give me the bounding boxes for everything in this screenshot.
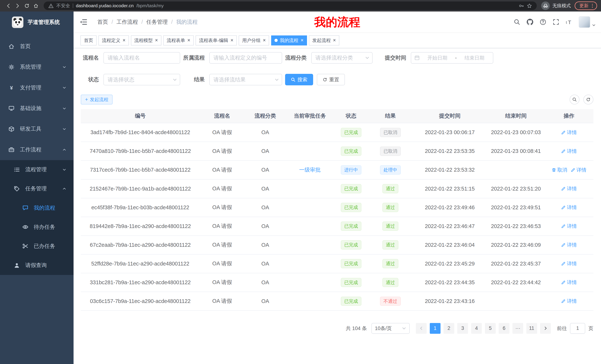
sidebar-item[interactable]: 研发工具: [0, 119, 74, 139]
status-badge: 已完成: [341, 221, 361, 231]
cell-id: 331bc281-7b9a-11ec-a290-acde48001122: [81, 273, 200, 292]
close-icon[interactable]: ×: [155, 38, 158, 43]
back-button[interactable]: [4, 1, 13, 10]
page-button[interactable]: 2: [443, 323, 454, 334]
process-name-input[interactable]: [103, 52, 180, 64]
breadcrumb-item[interactable]: 工作流程: [116, 18, 138, 26]
cell-submit-time: 2022-01-22 23:43:16: [412, 292, 487, 310]
bookmark-star-icon[interactable]: [527, 3, 532, 9]
detail-link[interactable]: 详情: [571, 167, 587, 173]
reload-button[interactable]: [22, 1, 31, 10]
close-icon[interactable]: ×: [123, 38, 126, 43]
cell-result: 通过: [368, 180, 412, 198]
page-button[interactable]: 3: [457, 323, 468, 334]
passkey-icon[interactable]: [519, 3, 524, 9]
tab-label: 流程表单: [167, 37, 185, 43]
prev-page-button[interactable]: [416, 323, 427, 334]
submit-time-range-picker[interactable]: 开始日期 - 结束日期: [411, 52, 493, 64]
sidebar-item[interactable]: 请假查询: [0, 256, 74, 275]
sidebar-item[interactable]: 已办任务: [0, 237, 74, 256]
cell-task: [286, 217, 334, 235]
close-icon[interactable]: ×: [333, 38, 336, 43]
cell-result: 不通过: [368, 292, 412, 310]
detail-link[interactable]: 详情: [561, 279, 577, 286]
fullscreen-icon[interactable]: [553, 19, 559, 25]
result-select[interactable]: [209, 74, 282, 85]
end-date-placeholder[interactable]: 结束日期: [459, 55, 490, 61]
tab[interactable]: 流程表单×: [163, 35, 194, 46]
column-header: 操作: [545, 109, 593, 123]
detail-link[interactable]: 详情: [561, 260, 577, 267]
browser-update-button[interactable]: 更新: [575, 1, 597, 10]
user-avatar-menu[interactable]: [579, 16, 596, 28]
tab[interactable]: 发起流程×: [309, 35, 339, 46]
sidebar-item[interactable]: 工作流程: [0, 139, 74, 160]
tab[interactable]: 我的流程×: [271, 35, 307, 46]
security-label[interactable]: 不安全: [56, 3, 70, 9]
close-icon[interactable]: ×: [263, 38, 266, 43]
sidebar-item[interactable]: 待办任务: [0, 217, 74, 237]
cell-actions: 取消详情: [545, 161, 593, 179]
close-icon[interactable]: ×: [300, 38, 303, 43]
font-size-icon[interactable]: tT: [566, 19, 572, 25]
detail-link[interactable]: 详情: [561, 204, 577, 211]
table-row: 67c2eaab-7b9a-11ec-a290-acde48001122OA 请…: [81, 236, 593, 255]
chevron-down-icon: [62, 127, 67, 131]
address-bar[interactable]: 不安全 dashboard.yudao.iocoder.cn/bpm/task/…: [44, 1, 537, 10]
detail-link[interactable]: 详情: [561, 148, 577, 154]
page-button[interactable]: 1: [430, 323, 441, 334]
detail-link[interactable]: 详情: [561, 298, 577, 305]
cell-actions: 详情: [545, 123, 593, 142]
close-icon[interactable]: ×: [230, 38, 233, 43]
sidebar-item[interactable]: 首页: [0, 36, 74, 57]
sidebar-fold-icon[interactable]: [80, 18, 87, 26]
breadcrumb-item[interactable]: 首页: [97, 18, 108, 26]
tab[interactable]: 流程表单-编辑×: [196, 35, 237, 46]
tab[interactable]: 用户分组×: [239, 35, 269, 46]
status-select[interactable]: [103, 74, 180, 85]
process-category-select[interactable]: [311, 52, 372, 64]
incognito-badge[interactable]: 无痕模式: [541, 1, 571, 10]
sidebar-item[interactable]: 基础设施: [0, 98, 74, 119]
close-icon[interactable]: ×: [187, 38, 190, 43]
column-header: 流程分类: [245, 109, 286, 123]
process-definition-input[interactable]: [209, 52, 282, 64]
breadcrumb-item[interactable]: 任务管理: [146, 18, 168, 26]
sidebar-item[interactable]: ¥支付管理: [0, 77, 74, 98]
sidebar-item[interactable]: 我的流程: [0, 198, 74, 217]
tab[interactable]: 流程模型×: [131, 35, 161, 46]
toggle-search-button[interactable]: [570, 95, 580, 105]
help-icon[interactable]: [540, 19, 546, 25]
home-button[interactable]: [31, 1, 41, 10]
start-date-placeholder[interactable]: 开始日期: [422, 55, 453, 61]
cube-icon: [8, 126, 14, 132]
reset-button[interactable]: 重置: [317, 74, 345, 85]
goto-page-input[interactable]: [570, 323, 585, 334]
detail-link[interactable]: 详情: [561, 241, 577, 248]
github-icon[interactable]: [527, 19, 533, 25]
search-icon[interactable]: [514, 19, 520, 25]
tab[interactable]: 首页: [80, 35, 97, 46]
menu-dots-icon[interactable]: [590, 3, 595, 9]
page-button[interactable]: 11: [526, 323, 537, 334]
detail-link[interactable]: 详情: [561, 129, 577, 136]
app-logo[interactable]: 芋道管理系统: [0, 11, 74, 33]
sidebar-item[interactable]: 流程管理: [0, 160, 74, 179]
sidebar-item[interactable]: 任务管理: [0, 179, 74, 198]
sidebar-item[interactable]: 系统管理: [0, 57, 74, 77]
create-process-button[interactable]: + 发起流程: [81, 95, 112, 105]
current-task-link[interactable]: 一级审批: [299, 166, 321, 174]
tab[interactable]: 流程定义×: [99, 35, 129, 46]
search-button[interactable]: 搜索: [285, 74, 313, 85]
page-button[interactable]: 6: [499, 323, 510, 334]
next-page-button[interactable]: [540, 323, 551, 334]
page-button[interactable]: 4: [471, 323, 482, 334]
page-button[interactable]: 5: [485, 323, 496, 334]
more-pages-button[interactable]: ···: [512, 323, 523, 334]
page-size-select[interactable]: 10条/页: [371, 323, 410, 334]
detail-link[interactable]: 详情: [561, 223, 577, 230]
forward-button[interactable]: [13, 1, 22, 10]
refresh-table-button[interactable]: [583, 95, 593, 105]
detail-link[interactable]: 详情: [561, 185, 577, 192]
cancel-link[interactable]: 取消: [551, 167, 567, 173]
